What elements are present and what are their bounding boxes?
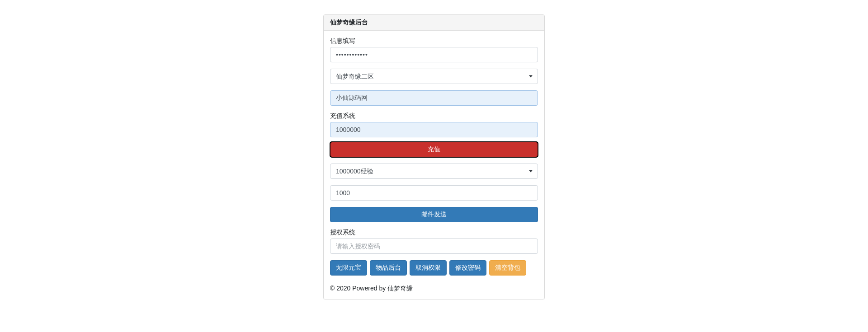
recharge-button[interactable]: 充值 [330,142,538,157]
mail-item-group: 1000000经验 [330,164,538,179]
unlimited-yuanbao-button[interactable]: 无限元宝 [330,260,367,276]
recharge-section-label: 充值系统 [330,112,538,120]
mail-send-group: 邮件发送 [330,207,538,222]
admin-password-input[interactable] [330,47,538,62]
recharge-section: 充值系统 [330,112,538,137]
revoke-auth-button[interactable]: 取消权限 [410,260,447,276]
panel-body: 信息填写 仙梦奇缘二区 充值系统 充值 1000000经验 [324,31,544,280]
change-password-button[interactable]: 修改密码 [449,260,486,276]
admin-panel: 仙梦奇缘后台 信息填写 仙梦奇缘二区 充值系统 充值 [323,14,545,299]
player-name-input[interactable] [330,90,538,106]
recharge-submit-group: 充值 [330,142,538,157]
info-section-label: 信息填写 [330,37,538,45]
panel-header: 仙梦奇缘后台 [324,15,544,31]
footer-text: © 2020 Powered by 仙梦奇缘 [330,285,413,292]
mail-qty-group [330,185,538,201]
server-select-group: 仙梦奇缘二区 [330,69,538,84]
mail-qty-input[interactable] [330,185,538,201]
panel-footer: © 2020 Powered by 仙梦奇缘 [324,280,544,299]
server-select[interactable]: 仙梦奇缘二区 [330,69,538,84]
auth-section-label: 授权系统 [330,229,538,237]
panel-title: 仙梦奇缘后台 [330,19,368,26]
info-section: 信息填写 [330,37,538,62]
mail-send-button[interactable]: 邮件发送 [330,207,538,222]
item-backend-button[interactable]: 物品后台 [370,260,407,276]
clear-bag-button[interactable]: 清空背包 [489,260,526,276]
mail-item-select[interactable]: 1000000经验 [330,164,538,179]
auth-password-input[interactable] [330,238,538,254]
recharge-amount-input[interactable] [330,122,538,137]
action-buttons-row: 无限元宝 物品后台 取消权限 修改密码 清空背包 [330,260,538,276]
player-name-group [330,90,538,106]
auth-section: 授权系统 [330,229,538,254]
